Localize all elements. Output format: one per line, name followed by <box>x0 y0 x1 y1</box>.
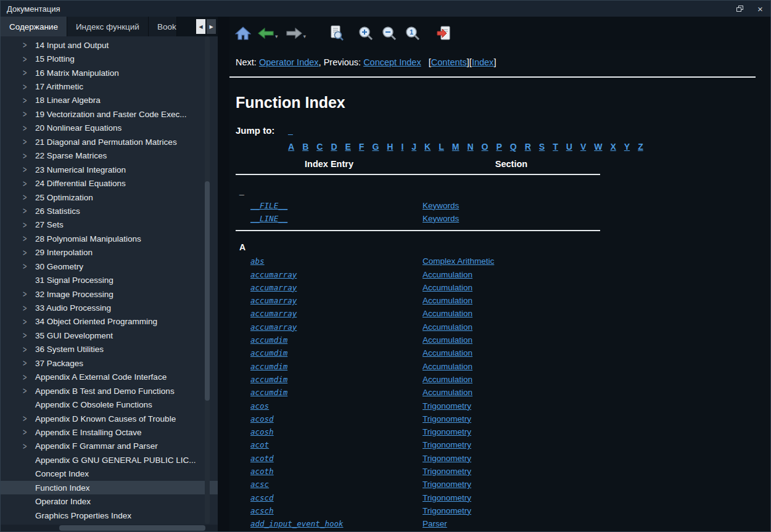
expand-chevron-icon[interactable]: > <box>23 345 35 354</box>
sidebar-item[interactable]: >36 System Utilities <box>1 343 218 356</box>
zoom-in-button[interactable] <box>358 25 374 41</box>
jump-letter-Z[interactable]: Z <box>638 142 643 152</box>
sidebar-item[interactable]: >Appendix D Known Causes of Trouble <box>1 412 218 425</box>
section-link[interactable]: Trigonometry <box>423 454 471 463</box>
sidebar-item[interactable]: >29 Interpolation <box>1 246 218 260</box>
search-button[interactable] <box>329 25 344 41</box>
expand-chevron-icon[interactable]: > <box>23 303 35 313</box>
jump-letter-U[interactable]: U <box>566 142 572 152</box>
section-link[interactable]: Complex Arithmetic <box>423 256 494 266</box>
sidebar-item[interactable]: 31 Signal Processing <box>1 273 218 287</box>
expand-chevron-icon[interactable]: > <box>23 179 35 188</box>
function-link[interactable]: accumarray <box>250 296 297 305</box>
sidebar-item[interactable]: >35 GUI Development <box>1 329 218 342</box>
jump-letter-H[interactable]: H <box>387 142 393 152</box>
function-link[interactable]: acsch <box>250 506 274 515</box>
section-link[interactable]: Trigonometry <box>423 427 471 436</box>
sidebar-item[interactable]: Graphics Properties Index <box>1 509 218 522</box>
sidebar-item[interactable]: >17 Arithmetic <box>1 80 218 93</box>
jump-letter-C[interactable]: C <box>316 142 323 152</box>
sidebar-item[interactable]: >34 Object Oriented Programming <box>1 315 218 329</box>
forward-history-dropdown-icon[interactable]: ▾ <box>303 33 307 40</box>
sidebar-item[interactable]: >28 Polynomial Manipulations <box>1 232 218 245</box>
nav-next-link[interactable]: Operator Index <box>259 57 319 67</box>
expand-chevron-icon[interactable]: > <box>23 193 35 202</box>
expand-chevron-icon[interactable]: > <box>23 68 35 78</box>
expand-chevron-icon[interactable]: > <box>23 441 35 451</box>
jump-letter-L[interactable]: L <box>439 142 444 152</box>
sidebar-item[interactable]: Appendix G GNU GENERAL PUBLIC LIC... <box>1 453 218 467</box>
section-link[interactable]: Accumulation <box>423 335 472 345</box>
sidebar-horizontal-scrollbar[interactable] <box>1 525 218 531</box>
sidebar-item[interactable]: Appendix C Obsolete Functions <box>1 398 218 411</box>
section-link[interactable]: Trigonometry <box>423 506 471 515</box>
sidebar-item[interactable]: >26 Statistics <box>1 204 218 218</box>
expand-chevron-icon[interactable]: > <box>23 137 35 147</box>
sidebar-item[interactable]: >24 Differential Equations <box>1 176 218 190</box>
section-link[interactable]: Accumulation <box>423 283 472 292</box>
function-link[interactable]: __LINE__ <box>250 214 287 223</box>
section-link[interactable]: Trigonometry <box>423 467 471 476</box>
function-link[interactable]: accumdim <box>250 362 287 371</box>
jump-letter-J[interactable]: J <box>411 142 416 152</box>
section-link[interactable]: Accumulation <box>423 362 472 371</box>
function-link[interactable]: abs <box>250 256 265 266</box>
nav-index-link[interactable]: Index <box>472 57 493 67</box>
jump-letter-B[interactable]: B <box>302 142 308 152</box>
section-link[interactable]: Accumulation <box>423 388 472 397</box>
expand-chevron-icon[interactable]: > <box>23 82 35 91</box>
expand-chevron-icon[interactable]: > <box>23 414 35 424</box>
sidebar-item[interactable]: >19 Vectorization and Faster Code Exec..… <box>1 107 218 121</box>
function-link[interactable]: accumarray <box>250 270 297 279</box>
function-link[interactable]: acosh <box>250 427 274 436</box>
function-link[interactable]: accumdim <box>250 375 287 384</box>
section-link[interactable]: Trigonometry <box>423 414 471 424</box>
section-link[interactable]: Trigonometry <box>423 401 471 411</box>
sidebar-item[interactable]: >Appendix B Test and Demo Functions <box>1 384 218 398</box>
function-link[interactable]: acotd <box>250 454 274 463</box>
expand-chevron-icon[interactable]: > <box>23 165 35 174</box>
tab-3[interactable]: Book <box>149 17 177 36</box>
jump-letter-F[interactable]: F <box>359 142 365 152</box>
function-link[interactable]: acoth <box>250 467 274 476</box>
pane-splitter[interactable] <box>218 17 229 531</box>
section-link[interactable]: Keywords <box>423 214 459 223</box>
section-link[interactable]: Trigonometry <box>423 493 471 502</box>
jump-letter-R[interactable]: R <box>525 142 531 152</box>
section-link[interactable]: Parser <box>423 519 447 528</box>
sidebar-item[interactable]: Function Index <box>1 481 218 494</box>
function-link[interactable]: accumdim <box>250 388 287 397</box>
function-link[interactable]: accumarray <box>250 283 297 292</box>
zoom-out-button[interactable] <box>381 25 397 41</box>
jump-letter-X[interactable]: X <box>610 142 616 152</box>
nav-contents-link[interactable]: Contents <box>431 57 467 67</box>
function-link[interactable]: acos <box>250 401 269 411</box>
sidebar-item[interactable]: >30 Geometry <box>1 260 218 273</box>
function-link[interactable]: accumarray <box>250 322 297 332</box>
expand-chevron-icon[interactable]: > <box>23 387 35 396</box>
section-link[interactable]: Accumulation <box>423 375 472 384</box>
function-link[interactable]: accumdim <box>250 335 287 345</box>
section-link[interactable]: Accumulation <box>423 270 472 279</box>
jump-letter-S[interactable]: S <box>539 142 545 152</box>
sidebar-item[interactable]: >20 Nonlinear Equations <box>1 121 218 135</box>
expand-chevron-icon[interactable]: > <box>23 248 35 257</box>
jump-letter-W[interactable]: W <box>594 142 602 152</box>
sidebar-item[interactable]: >23 Numerical Integration <box>1 163 218 176</box>
expand-chevron-icon[interactable]: > <box>23 151 35 160</box>
expand-chevron-icon[interactable]: > <box>23 123 35 133</box>
jump-letter-Y[interactable]: Y <box>624 142 630 152</box>
jump-letter-P[interactable]: P <box>496 142 501 152</box>
expand-chevron-icon[interactable]: > <box>23 372 35 382</box>
sidebar-item[interactable]: >33 Audio Processing <box>1 301 218 314</box>
sidebar-item[interactable]: >27 Sets <box>1 218 218 232</box>
jump-letter-E[interactable]: E <box>345 142 351 152</box>
expand-chevron-icon[interactable]: > <box>23 54 35 63</box>
function-link[interactable]: accumarray <box>250 309 297 318</box>
jump-letter-M[interactable]: M <box>452 142 460 152</box>
expand-chevron-icon[interactable]: > <box>23 96 35 105</box>
function-link[interactable]: acosd <box>250 414 274 424</box>
expand-chevron-icon[interactable]: > <box>23 110 35 119</box>
section-link[interactable]: Accumulation <box>423 309 472 318</box>
section-link[interactable]: Trigonometry <box>423 440 471 449</box>
